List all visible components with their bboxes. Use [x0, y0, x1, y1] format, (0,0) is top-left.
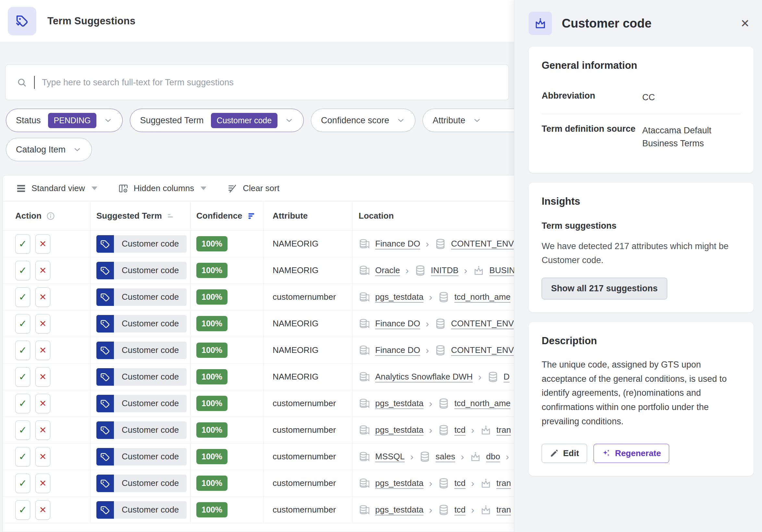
location-link[interactable]: tran [496, 478, 511, 488]
location-link[interactable]: pgs_testdata [375, 425, 423, 435]
term-label: Customer code [114, 395, 187, 412]
term-tag[interactable]: Customer code [96, 475, 187, 492]
search-input[interactable] [42, 78, 497, 88]
term-tag[interactable]: Customer code [96, 262, 187, 279]
location-link[interactable]: Oracle [375, 265, 400, 275]
location-link[interactable]: Analytics Snowflake DWH [375, 372, 473, 382]
filter-suggested-term[interactable]: Suggested Term Customer code [130, 109, 304, 132]
location-link[interactable]: tcd [454, 478, 466, 488]
reject-button[interactable]: ✕ [36, 367, 50, 387]
attribute-cell: customernumber [263, 470, 352, 496]
x-icon: ✕ [39, 239, 47, 248]
term-tag[interactable]: Customer code [96, 315, 187, 332]
term-tag[interactable]: Customer code [96, 421, 187, 439]
reject-button[interactable]: ✕ [36, 234, 50, 254]
column-label: Attribute [272, 211, 308, 221]
term-tag[interactable]: Customer code [96, 342, 187, 359]
column-label: Action [15, 211, 41, 221]
reject-button[interactable]: ✕ [36, 500, 50, 520]
check-icon: ✓ [19, 479, 27, 488]
info-icon[interactable] [46, 212, 55, 221]
show-all-suggestions-button[interactable]: Show all 217 suggestions [542, 278, 667, 299]
sort-desc-icon[interactable] [247, 212, 256, 221]
close-icon[interactable]: ✕ [737, 17, 754, 30]
column-header-confidence[interactable]: Confidence [190, 201, 263, 230]
panel-header: Customer code ✕ [529, 12, 754, 35]
clear-sort-button[interactable]: Clear sort [227, 183, 279, 194]
reject-button[interactable]: ✕ [36, 314, 50, 333]
location-link[interactable]: pgs_testdata [375, 505, 423, 515]
approve-button[interactable]: ✓ [15, 421, 30, 440]
confidence-badge: 100% [196, 289, 227, 304]
column-header-location[interactable]: Location [352, 201, 514, 230]
location-link[interactable]: tcd_north_ame [454, 398, 510, 408]
reject-button[interactable]: ✕ [36, 261, 50, 280]
sort-icon[interactable] [167, 212, 175, 220]
x-icon: ✕ [39, 266, 47, 275]
location-link[interactable]: tcd_north_ame [454, 292, 510, 302]
location-link[interactable]: tcd [454, 425, 466, 435]
term-tag[interactable]: Customer code [96, 448, 187, 466]
column-header-suggested-term[interactable]: Suggested Term [90, 201, 190, 230]
table-row: ✓ ✕ Customer code 100% customernumber [3, 443, 514, 470]
reject-button[interactable]: ✕ [36, 421, 50, 440]
location-link[interactable]: CONTENT_ENV [451, 318, 514, 329]
reject-button[interactable]: ✕ [36, 341, 50, 360]
search-bar[interactable] [5, 65, 509, 100]
location-link[interactable]: tran [496, 425, 511, 435]
breadcrumb-separator: › [460, 452, 465, 462]
dropdown-arrow-icon [92, 186, 97, 190]
view-selector[interactable]: Standard view [16, 183, 97, 194]
approve-button[interactable]: ✓ [15, 341, 30, 360]
term-tag[interactable]: Customer code [96, 368, 187, 386]
hidden-columns-button[interactable]: Hidden columns [118, 183, 206, 194]
filter-row-2: Catalog Item [6, 138, 514, 161]
approve-button[interactable]: ✓ [15, 234, 30, 254]
approve-button[interactable]: ✓ [15, 394, 30, 413]
approve-button[interactable]: ✓ [15, 261, 30, 280]
location-link[interactable]: CONTENT_ENV [451, 239, 514, 249]
table-row: ✓ ✕ Customer code 100% NAMEORIG [3, 310, 514, 337]
regenerate-button[interactable]: Regenerate [593, 444, 669, 463]
approve-button[interactable]: ✓ [15, 447, 30, 466]
approve-button[interactable]: ✓ [15, 474, 30, 493]
edit-button[interactable]: Edit [542, 444, 587, 463]
approve-button[interactable]: ✓ [15, 314, 30, 333]
approve-button[interactable]: ✓ [15, 367, 30, 387]
location-link[interactable]: INITDB [431, 265, 459, 275]
location-link[interactable]: tran [496, 505, 511, 515]
approve-button[interactable]: ✓ [15, 288, 30, 307]
reject-button[interactable]: ✕ [36, 474, 50, 493]
term-tag[interactable]: Customer code [96, 235, 187, 253]
location-link[interactable]: MSSQL [375, 451, 405, 462]
filter-confidence-score[interactable]: Confidence score [311, 109, 416, 132]
location-breadcrumb: pgs_testdata› tcd› tran [359, 504, 511, 516]
filter-catalog-item[interactable]: Catalog Item [6, 138, 92, 161]
term-tag[interactable]: Customer code [96, 395, 187, 412]
location-cell: Finance DO› CONTENT_ENV [352, 310, 514, 337]
location-link[interactable]: Finance DO [375, 318, 420, 329]
column-header-attribute[interactable]: Attribute [263, 201, 352, 230]
location-link[interactable]: tcd [454, 505, 466, 515]
location-link[interactable]: BUSIN [490, 265, 514, 275]
location-link[interactable]: pgs_testdata [375, 478, 423, 488]
term-tag[interactable]: Customer code [96, 288, 187, 306]
location-link[interactable]: Finance DO [375, 345, 420, 355]
location-link[interactable]: CONTENT_ENV [451, 345, 514, 355]
location-link[interactable]: pgs_testdata [375, 292, 423, 302]
location-link[interactable]: Finance DO [375, 239, 420, 249]
location-link[interactable]: D [504, 372, 510, 382]
location-link[interactable]: pgs_testdata [375, 398, 423, 408]
term-tag[interactable]: Customer code [96, 501, 187, 519]
suggested-term-cell: Customer code [90, 470, 190, 496]
location-link[interactable]: sales [435, 451, 455, 462]
term-label: Customer code [114, 501, 187, 519]
approve-button[interactable]: ✓ [15, 500, 30, 520]
reject-button[interactable]: ✕ [36, 447, 50, 466]
reject-button[interactable]: ✕ [36, 288, 50, 307]
suggested-term-cell: Customer code [90, 390, 190, 417]
filter-status[interactable]: Status PENDING [6, 109, 123, 132]
location-link[interactable]: dbo [486, 451, 500, 462]
reject-button[interactable]: ✕ [36, 394, 50, 413]
filter-attribute[interactable]: Attribute [422, 109, 514, 132]
